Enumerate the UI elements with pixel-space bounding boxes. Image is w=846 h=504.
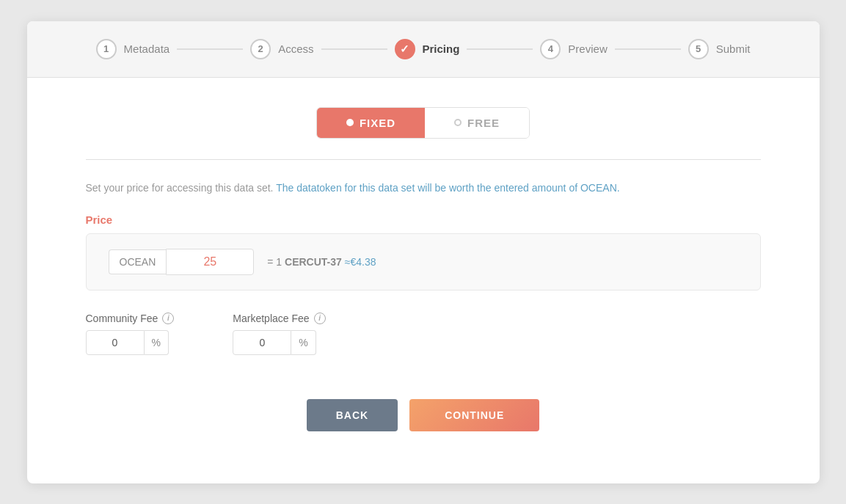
step-pricing: ✓ Pricing — [395, 39, 460, 59]
fixed-label: FIXED — [360, 117, 395, 129]
free-toggle-button[interactable]: FREE — [425, 108, 529, 138]
step-number-1: 1 — [96, 39, 117, 59]
price-input[interactable] — [166, 249, 254, 275]
step-label-access: Access — [278, 43, 313, 55]
marketplace-fee-input[interactable] — [233, 330, 291, 355]
connector-2-3 — [321, 48, 387, 50]
step-number-4: 4 — [540, 39, 561, 59]
price-label: Price — [86, 213, 113, 226]
marketplace-fee-percent: % — [291, 330, 316, 355]
free-dot — [454, 119, 462, 126]
ocean-label: OCEAN — [109, 249, 167, 274]
step-label-pricing: Pricing — [423, 43, 460, 55]
description-text: Set your price for accessing this data s… — [86, 180, 620, 196]
stepper: 1 Metadata 2 Access ✓ Pricing 4 Preview … — [27, 21, 820, 78]
step-label-metadata: Metadata — [124, 43, 170, 55]
marketplace-fee-input-row: % — [233, 330, 325, 355]
community-fee-title: Community Fee i — [86, 313, 175, 324]
connector-1-2 — [177, 48, 243, 50]
token-name-value: CERCUT-37 — [285, 256, 342, 268]
community-fee-group: Community Fee i % — [86, 313, 175, 355]
step-label-submit: Submit — [716, 43, 751, 55]
community-fee-percent: % — [145, 330, 169, 355]
step-label-preview: Preview — [568, 43, 607, 55]
connector-3-4 — [467, 48, 533, 50]
community-fee-label: Community Fee — [86, 313, 158, 324]
price-box: OCEAN = 1 CERCUT-37 ≈€4.38 — [86, 233, 761, 291]
main-content: FIXED FREE Set your price for accessing … — [27, 78, 820, 468]
euro-value: ≈€4.38 — [345, 256, 376, 268]
divider — [86, 159, 761, 160]
marketplace-fee-title: Marketplace Fee i — [233, 313, 325, 324]
marketplace-fee-group: Marketplace Fee i % — [233, 313, 325, 355]
step-number-3: ✓ — [395, 39, 415, 59]
desc-text-before: Set your price for accessing this data s… — [86, 182, 274, 194]
step-number-5: 5 — [688, 39, 709, 59]
connector-4-5 — [615, 48, 681, 50]
marketplace-fee-label: Marketplace Fee — [233, 313, 309, 324]
action-buttons: BACK CONTINUE — [307, 399, 540, 431]
marketplace-fee-info-icon[interactable]: i — [314, 313, 326, 324]
community-fee-input-row: % — [86, 330, 175, 355]
step-number-2: 2 — [250, 39, 271, 59]
continue-button[interactable]: CONTINUE — [409, 399, 539, 431]
conversion-text: = 1 CERCUT-37 ≈€4.38 — [267, 256, 376, 268]
step-access: 2 Access — [250, 39, 313, 59]
back-button[interactable]: BACK — [307, 399, 398, 431]
fee-section: Community Fee i % Marketplace Fee i % — [86, 313, 326, 355]
free-label: FREE — [467, 117, 500, 129]
community-fee-input[interactable] — [86, 330, 145, 355]
fixed-toggle-button[interactable]: FIXED — [317, 108, 425, 138]
fixed-dot — [346, 119, 354, 126]
step-preview: 4 Preview — [540, 39, 607, 59]
main-card: 1 Metadata 2 Access ✓ Pricing 4 Preview … — [27, 21, 820, 483]
step-submit: 5 Submit — [688, 39, 751, 59]
community-fee-info-icon[interactable]: i — [162, 313, 174, 324]
step-metadata: 1 Metadata — [96, 39, 170, 59]
desc-text-highlight: The datatoken for this data set will be … — [274, 182, 620, 194]
pricing-toggle[interactable]: FIXED FREE — [316, 107, 530, 139]
